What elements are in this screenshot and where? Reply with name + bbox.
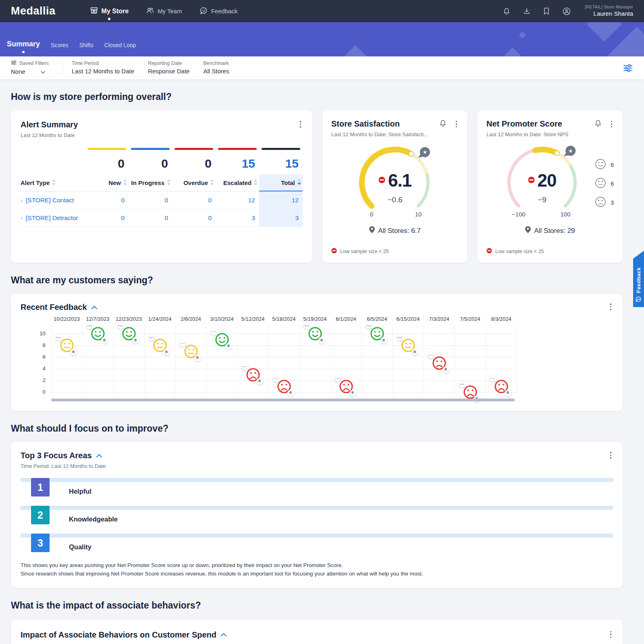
- reporting-date-value[interactable]: Response Date: [148, 68, 189, 75]
- kebab-menu-icon[interactable]: [609, 630, 613, 639]
- user-block[interactable]: [RETAIL] Store Manager Lauren Shanta: [585, 4, 633, 18]
- collapse-chevron-icon[interactable]: [220, 633, 227, 637]
- comment-dots-icon: [459, 381, 465, 388]
- chart-scrollbar[interactable]: [51, 399, 515, 401]
- top-navbar: Medallia My Store My Team Feedback [RETA…: [0, 0, 644, 22]
- alert-type-link[interactable]: [STORE] Contact: [26, 197, 74, 204]
- kebab-menu-icon[interactable]: [609, 303, 613, 311]
- alert-col-total: 0: [129, 154, 172, 175]
- store-icon: [90, 6, 98, 16]
- export-download-icon[interactable]: [523, 7, 531, 15]
- notifications-bell-icon[interactable]: [503, 7, 511, 15]
- nps-subtitle: Last 12 Months to Date: Store NPS: [486, 131, 568, 137]
- collapse-chevron-icon[interactable]: [91, 305, 98, 310]
- tab-shifts[interactable]: Shifts: [79, 42, 93, 48]
- feedback-marker[interactable]: [463, 384, 478, 400]
- alert-col-header[interactable]: New: [85, 175, 129, 191]
- user-name: Lauren Shanta: [585, 10, 633, 18]
- alert-col-header[interactable]: Escalated: [216, 175, 259, 191]
- comment-dots-icon: [428, 352, 434, 359]
- sort-caret-icon[interactable]: [297, 179, 301, 186]
- alert-col-header[interactable]: In Progress: [129, 175, 172, 191]
- alert-col-bar: [259, 148, 303, 154]
- feedback-marker[interactable]: [214, 332, 230, 347]
- v-gridline: [299, 325, 300, 396]
- bookmark-icon[interactable]: [543, 7, 550, 15]
- low-sample-icon: [528, 177, 535, 185]
- v-gridline: [237, 325, 238, 396]
- v-gridline: [486, 325, 486, 396]
- sort-caret-icon[interactable]: [210, 179, 214, 187]
- feedback-marker[interactable]: [494, 379, 509, 394]
- alert-col-total: 0: [85, 154, 129, 175]
- nav-my-store[interactable]: My Store: [90, 0, 129, 22]
- sort-caret-icon[interactable]: [52, 179, 56, 187]
- feedback-marker[interactable]: [59, 338, 75, 353]
- sort-caret-icon[interactable]: [123, 179, 127, 187]
- alert-col-header[interactable]: Alert Type: [21, 175, 85, 191]
- feedback-side-tab[interactable]: Feedback: [633, 251, 644, 307]
- kebab-menu-icon[interactable]: [298, 120, 303, 129]
- kebab-menu-icon[interactable]: [454, 120, 459, 129]
- store-satisfaction-gauge: ★010 6.1 −0.6: [355, 142, 435, 223]
- tab-closed-loop[interactable]: Closed Loop: [104, 42, 136, 48]
- expand-chevron-icon[interactable]: ›: [21, 197, 23, 204]
- filter-settings-icon[interactable]: [623, 63, 633, 73]
- decor-diamond: [519, 32, 526, 39]
- nav-feedback[interactable]: Feedback: [200, 0, 238, 22]
- alert-summary-table: 0001515Alert TypeNewIn ProgressOverdueEs…: [21, 148, 303, 227]
- saved-filters-select[interactable]: None: [11, 68, 49, 76]
- nav-my-team[interactable]: My Team: [146, 0, 182, 22]
- low-sample-icon: [378, 177, 385, 185]
- kebab-menu-icon[interactable]: [609, 451, 613, 459]
- alert-col-bar: [216, 148, 259, 154]
- tab-scores[interactable]: Scores: [51, 42, 69, 48]
- time-period-value[interactable]: Last 12 Months to Date: [72, 68, 134, 75]
- focus-area-row[interactable]: 2Knowledgeable: [21, 506, 613, 534]
- decor-diamond: [505, 47, 521, 56]
- feedback-marker[interactable]: [276, 379, 292, 394]
- collapse-chevron-icon[interactable]: [96, 454, 102, 458]
- feedback-marker[interactable]: [245, 367, 261, 382]
- x-date-label: 5/12/2024: [237, 316, 268, 322]
- time-period-label: Time Period: [72, 60, 134, 67]
- alert-bell-icon[interactable]: [439, 119, 447, 129]
- nps-breakdown-count: 3: [611, 199, 614, 206]
- x-date-label: 7/5/2024: [455, 316, 486, 322]
- feedback-marker[interactable]: [90, 326, 106, 341]
- alert-col-bar: [129, 148, 172, 154]
- expand-chevron-icon[interactable]: ›: [21, 214, 23, 221]
- account-avatar-icon[interactable]: [562, 7, 571, 16]
- focus-area-row[interactable]: 1Helpful: [21, 478, 613, 506]
- alert-col-header[interactable]: Total: [259, 175, 303, 191]
- feedback-marker[interactable]: [152, 338, 168, 353]
- alert-col-header[interactable]: Overdue: [172, 175, 216, 191]
- tab-summary[interactable]: Summary: [7, 40, 40, 48]
- medallia-logo[interactable]: Medallia: [11, 5, 56, 17]
- feedback-marker[interactable]: [183, 344, 199, 359]
- focus-area-row[interactable]: 3Quality: [21, 534, 613, 561]
- alert-cell-value: 0: [129, 209, 172, 227]
- v-gridline: [330, 325, 331, 396]
- alert-bell-icon[interactable]: [594, 119, 602, 129]
- feedback-marker[interactable]: [370, 326, 385, 341]
- sort-caret-icon[interactable]: [167, 179, 170, 187]
- focus-area-bar: [21, 506, 613, 510]
- x-date-label: 6/1/2024: [330, 316, 361, 322]
- alert-type-link[interactable]: [STORE] Detractor: [26, 214, 78, 222]
- store-satisfaction-subtitle: Last 12 Months to Date: Store Satisfacti…: [331, 131, 428, 137]
- x-date-label: 12/23/2023: [113, 316, 144, 322]
- feedback-marker[interactable]: [432, 355, 447, 371]
- kebab-menu-icon[interactable]: [609, 120, 614, 129]
- alert-bell-mini-icon: [256, 378, 263, 385]
- alert-bell-mini-icon: [442, 366, 449, 373]
- benchmark-value[interactable]: All Stores: [203, 68, 229, 75]
- alert-bell-mini-icon: [380, 337, 387, 344]
- feedback-marker[interactable]: [401, 338, 416, 353]
- feedback-marker[interactable]: [339, 379, 354, 394]
- nps-breakdown-item: 3: [594, 196, 614, 209]
- feedback-marker[interactable]: [121, 326, 137, 341]
- sort-caret-icon[interactable]: [254, 179, 258, 187]
- feedback-marker[interactable]: [307, 326, 323, 341]
- saved-filters-icon: [11, 60, 17, 67]
